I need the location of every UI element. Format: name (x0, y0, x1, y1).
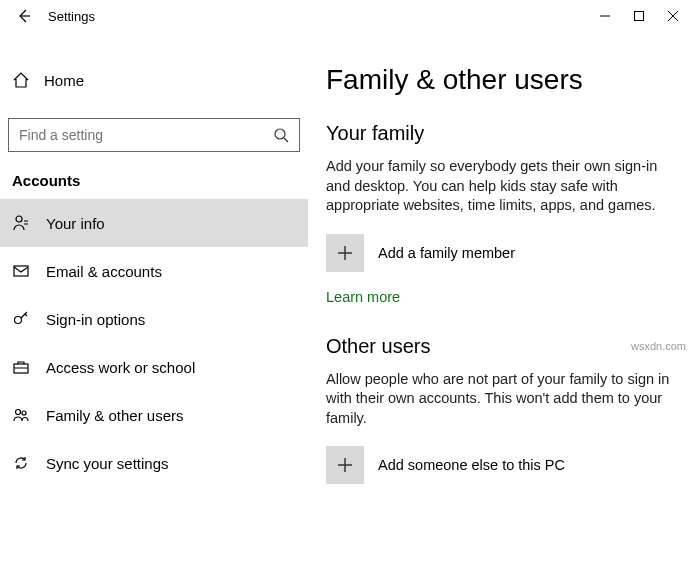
page-title: Family & other users (326, 64, 676, 96)
sidebar-item-your-info[interactable]: Your info (0, 199, 308, 247)
sidebar-item-label: Family & other users (46, 407, 184, 424)
main-content: Family & other users Your family Add you… (308, 32, 694, 575)
watermark: wsxdn.com (631, 340, 686, 352)
sidebar-item-label: Sign-in options (46, 311, 145, 328)
key-icon (12, 310, 30, 328)
svg-point-12 (22, 411, 26, 415)
svg-line-6 (284, 138, 288, 142)
search-input[interactable] (19, 127, 273, 143)
sidebar-item-email-accounts[interactable]: Email & accounts (0, 247, 308, 295)
mail-icon (12, 262, 30, 280)
add-other-label: Add someone else to this PC (378, 457, 565, 473)
minimize-button[interactable] (588, 0, 622, 32)
sidebar-item-family-other-users[interactable]: Family & other users (0, 391, 308, 439)
plus-icon (326, 446, 364, 484)
maximize-button[interactable] (622, 0, 656, 32)
titlebar: Settings (0, 0, 694, 32)
svg-rect-2 (635, 12, 644, 21)
close-button[interactable] (656, 0, 690, 32)
home-nav[interactable]: Home (0, 60, 308, 100)
search-icon (273, 127, 289, 143)
learn-more-link[interactable]: Learn more (326, 289, 400, 305)
plus-icon (326, 234, 364, 272)
window-controls (588, 0, 690, 32)
add-family-label: Add a family member (378, 245, 515, 261)
sidebar-item-label: Email & accounts (46, 263, 162, 280)
back-button[interactable] (8, 0, 40, 32)
search-box[interactable] (8, 118, 300, 152)
family-description: Add your family so everybody gets their … (326, 157, 676, 216)
sidebar-item-label: Sync your settings (46, 455, 169, 472)
sidebar-item-label: Access work or school (46, 359, 195, 376)
other-users-description: Allow people who are not part of your fa… (326, 370, 676, 429)
people-icon (12, 406, 30, 424)
sidebar-item-work-school[interactable]: Access work or school (0, 343, 308, 391)
svg-point-5 (275, 129, 285, 139)
briefcase-icon (12, 358, 30, 376)
sidebar-item-sync-settings[interactable]: Sync your settings (0, 439, 308, 487)
group-heading: Accounts (0, 152, 308, 199)
sidebar-item-signin-options[interactable]: Sign-in options (0, 295, 308, 343)
sidebar: Home Accounts Your info Email & accounts (0, 32, 308, 575)
sync-icon (12, 454, 30, 472)
family-heading: Your family (326, 122, 676, 145)
window-title: Settings (48, 9, 95, 24)
sidebar-item-label: Your info (46, 215, 105, 232)
add-other-user-button[interactable]: Add someone else to this PC (326, 446, 676, 484)
svg-point-11 (16, 410, 21, 415)
svg-rect-8 (14, 266, 28, 276)
add-family-member-button[interactable]: Add a family member (326, 234, 676, 272)
svg-point-9 (15, 317, 22, 324)
person-icon (12, 214, 30, 232)
home-icon (12, 71, 30, 89)
svg-point-7 (16, 216, 22, 222)
home-label: Home (44, 72, 84, 89)
other-users-heading: Other users (326, 335, 676, 358)
